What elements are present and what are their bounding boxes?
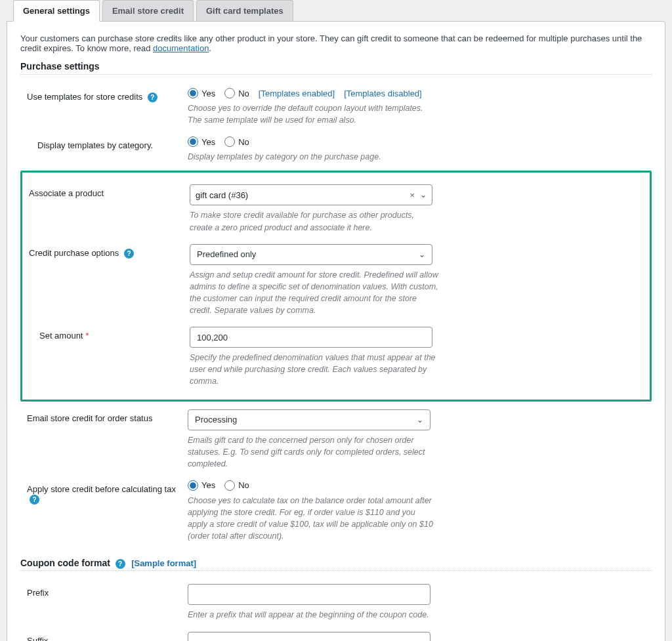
templates-enabled-link[interactable]: [Templates enabled] — [259, 89, 335, 98]
help-icon[interactable]: ? — [124, 249, 134, 258]
suffix-input[interactable] — [188, 632, 430, 641]
credit-options-select[interactable]: Predefined only ⌄ — [190, 244, 432, 265]
prefix-label: Prefix — [20, 584, 188, 598]
set-amount-input[interactable] — [190, 327, 432, 348]
sample-format-link[interactable]: [Sample format] — [131, 558, 196, 568]
coupon-format-heading: Coupon code format — [20, 558, 110, 568]
divider — [20, 74, 652, 75]
credit-options-label-text: Credit purchase options — [29, 248, 119, 258]
email-status-value: Processing — [195, 415, 237, 424]
use-templates-yes[interactable]: Yes — [188, 88, 215, 98]
tab-general-settings[interactable]: General settings — [13, 0, 100, 22]
apply-tax-yes[interactable]: Yes — [188, 480, 215, 491]
prefix-input[interactable] — [188, 584, 430, 605]
associate-product-desc: To make store credit available for purch… — [190, 209, 439, 233]
credit-options-desc: Assign and setup credit amount for store… — [190, 269, 439, 317]
divider — [20, 570, 652, 571]
set-amount-desc: Specify the predefined denomination valu… — [190, 352, 439, 387]
apply-tax-yes-radio[interactable] — [188, 480, 198, 491]
intro-part2: . — [209, 43, 211, 53]
no-label: No — [238, 480, 249, 490]
yes-label: Yes — [201, 480, 215, 490]
display-category-label: Display templates by category. — [20, 136, 188, 150]
email-status-desc: Emails gift card to the concerned person… — [188, 434, 437, 470]
clear-icon[interactable]: × — [410, 190, 415, 200]
use-templates-no[interactable]: No — [224, 88, 249, 98]
use-templates-label: Use templates for store credits ? — [20, 88, 188, 102]
use-templates-desc: Choose yes to override the default coupo… — [188, 102, 437, 126]
credit-options-label: Credit purchase options ? — [22, 244, 190, 258]
help-icon[interactable]: ? — [30, 495, 39, 505]
required-asterisk: * — [85, 331, 89, 341]
purchase-settings-heading: Purchase settings — [20, 61, 652, 72]
intro-part1: Your customers can purchase store credit… — [20, 33, 642, 53]
credit-options-value: Predefined only — [197, 249, 256, 259]
set-amount-label: Set amount * — [22, 327, 190, 341]
chevron-down-icon: ⌄ — [417, 415, 423, 424]
apply-tax-desc: Choose yes to calculate tax on the balan… — [188, 495, 437, 543]
display-category-no[interactable]: No — [224, 136, 249, 147]
display-category-desc: Display templates by category on the pur… — [188, 151, 437, 163]
tab-gift-card-templates[interactable]: Gift card templates — [196, 0, 293, 22]
yes-label: Yes — [201, 137, 215, 147]
intro-text: Your customers can purchase store credit… — [20, 33, 652, 53]
suffix-label: Suffix — [20, 632, 188, 641]
highlight-box: Associate a product gift card (#36) × ⌄ … — [20, 171, 652, 401]
no-label: No — [238, 89, 249, 98]
associate-product-value: gift card (#36) — [196, 190, 248, 200]
no-label: No — [238, 137, 249, 147]
help-icon[interactable]: ? — [116, 559, 125, 569]
email-status-label: Email store credit for order status — [20, 409, 188, 423]
chevron-down-icon[interactable]: ⌄ — [420, 190, 427, 199]
set-amount-label-text: Set amount — [39, 331, 83, 341]
display-category-yes-radio[interactable] — [188, 136, 198, 147]
associate-product-select[interactable]: gift card (#36) × ⌄ — [190, 184, 432, 205]
chevron-down-icon: ⌄ — [419, 250, 425, 259]
email-status-select[interactable]: Processing ⌄ — [188, 409, 430, 430]
apply-tax-label: Apply store credit before calculating ta… — [20, 480, 188, 505]
use-templates-yes-radio[interactable] — [188, 88, 198, 98]
use-templates-label-text: Use templates for store credits — [27, 92, 142, 102]
tab-email-store-credit[interactable]: Email store credit — [102, 0, 194, 22]
templates-disabled-link[interactable]: [Templates disabled] — [344, 89, 422, 98]
use-templates-no-radio[interactable] — [224, 88, 235, 98]
display-category-yes[interactable]: Yes — [188, 136, 215, 147]
settings-panel: Your customers can purchase store credit… — [7, 21, 665, 641]
yes-label: Yes — [201, 89, 215, 98]
apply-tax-no-radio[interactable] — [224, 480, 235, 491]
documentation-link[interactable]: documentation — [153, 43, 209, 53]
associate-product-label: Associate a product — [22, 184, 190, 198]
display-category-no-radio[interactable] — [224, 136, 235, 147]
help-icon[interactable]: ? — [148, 93, 158, 102]
prefix-desc: Enter a prefix that will appear at the b… — [188, 609, 437, 621]
apply-tax-no[interactable]: No — [224, 480, 249, 491]
apply-tax-label-text: Apply store credit before calculating ta… — [27, 484, 176, 494]
